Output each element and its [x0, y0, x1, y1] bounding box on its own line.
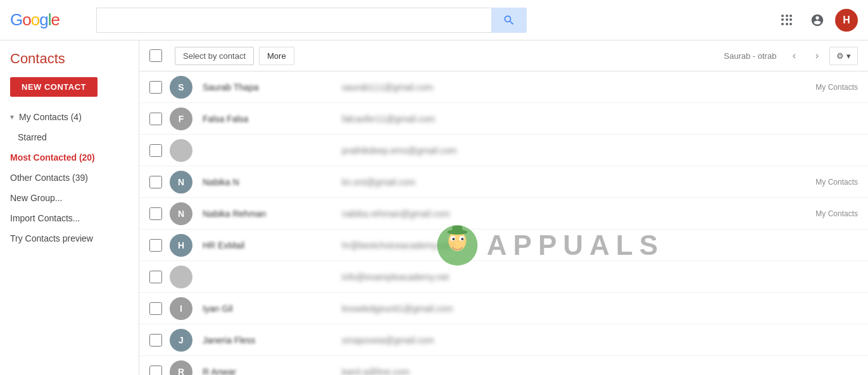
contact-checkbox[interactable] [149, 113, 162, 125]
top-right-actions: H [774, 8, 858, 33]
sidebar-item-other-contacts[interactable]: Other Contacts (39) [0, 168, 139, 188]
contact-name: HR ExMail [203, 240, 342, 250]
contact-checkbox[interactable] [149, 176, 162, 188]
contact-name: Nabika N [203, 177, 342, 187]
contact-name: Janeria Fless [203, 335, 342, 345]
contact-avatar: J [170, 329, 192, 352]
contact-email: info@exampleacademy.net [342, 272, 858, 282]
contact-checkbox[interactable] [149, 302, 162, 315]
contact-name: Falsa Falsa [203, 114, 342, 124]
contact-avatar [170, 139, 192, 162]
prev-page-button[interactable]: ‹ [784, 46, 804, 66]
google-logo: Google [10, 10, 86, 30]
sidebar-item-new-group[interactable]: New Group... [0, 188, 139, 208]
sidebar-item-try-preview[interactable]: Try Contacts preview [0, 228, 139, 249]
contact-avatar: R [170, 360, 192, 376]
contact-row: NNabika Nkn.ent@gmail.comMy Contacts [139, 166, 868, 198]
collapse-icon: ▾ [10, 113, 14, 121]
contact-name: Iyan Gil [203, 304, 342, 314]
contact-name: R Anwar [203, 367, 342, 376]
contact-row: HHR ExMailhr@bestchoiceacademy.com [139, 230, 868, 261]
contact-checkbox[interactable] [149, 81, 162, 94]
contact-avatar: N [170, 202, 192, 225]
contact-checkbox[interactable] [149, 144, 162, 157]
toolbar-right: Saurab - otrab ‹ › ⚙ ▾ [724, 46, 858, 66]
search-input[interactable] [96, 8, 491, 33]
contact-row: FFalsa Falsafalcaofer11@gmail.com [139, 103, 868, 135]
contact-email: falcaofer11@gmail.com [342, 114, 858, 124]
contact-checkbox[interactable] [149, 334, 162, 347]
contact-email: nabika.rehman@gmail.com [342, 209, 805, 219]
sidebar-item-import-contacts[interactable]: Import Contacts... [0, 208, 139, 228]
contact-tag: My Contacts [815, 178, 858, 187]
sidebar-item-starred[interactable]: Starred [0, 127, 139, 147]
contact-email: saurab111@gmail.com [342, 82, 805, 92]
top-bar: Google H [0, 0, 868, 40]
contact-row: JJaneria Flesssmapoveia@gmail.com [139, 324, 868, 356]
contact-avatar [170, 266, 192, 288]
contact-row: info@exampleacademy.net [139, 261, 868, 293]
content-area: Select by contact More Saurab - otrab ‹ … [139, 40, 868, 375]
contact-checkbox[interactable] [149, 271, 162, 283]
content-toolbar: Select by contact More Saurab - otrab ‹ … [139, 40, 868, 71]
contact-checkbox[interactable] [149, 207, 162, 220]
user-avatar-button[interactable]: H [835, 9, 858, 32]
contact-tag: My Contacts [815, 209, 858, 218]
search-icon [503, 14, 515, 27]
contact-avatar: I [170, 297, 192, 320]
contact-checkbox[interactable] [149, 366, 162, 376]
contact-email: kn.ent@gmail.com [342, 177, 805, 187]
sidebar-item-most-contacted[interactable]: Most Contacted (20) [0, 147, 139, 168]
contact-avatar: F [170, 108, 192, 130]
next-page-button[interactable]: › [807, 46, 827, 66]
contact-email: knowledgeunit1@gmail.com [342, 304, 858, 314]
search-bar [96, 8, 527, 33]
sidebar: Contacts NEW CONTACT ▾ My Contacts (4) S… [0, 40, 139, 375]
contact-email: kaml.a@live.com [342, 367, 858, 376]
contact-list: APPUALS SSaurab Thapasaurab111@gmail.com… [139, 71, 868, 375]
sidebar-title: Contacts [0, 48, 139, 77]
contact-avatar: N [170, 171, 192, 194]
contact-email: prathikdeep.ems@gmail.com [342, 145, 858, 156]
contact-row: NNabika Rehmannabika.rehman@gmail.comMy … [139, 198, 868, 230]
new-contact-button[interactable]: NEW CONTACT [10, 77, 97, 97]
contact-row: RR Anwarkaml.a@live.com [139, 356, 868, 375]
contact-row: prathikdeep.ems@gmail.com [139, 135, 868, 166]
search-button[interactable] [491, 8, 527, 33]
apps-button[interactable] [774, 8, 800, 33]
apps-grid-icon [781, 15, 793, 26]
select-by-contact-button[interactable]: Select by contact [175, 47, 254, 65]
main-layout: Contacts NEW CONTACT ▾ My Contacts (4) S… [0, 40, 868, 375]
contact-email: smapoveia@gmail.com [342, 335, 858, 345]
contact-tag: My Contacts [815, 83, 858, 92]
contact-row: SSaurab Thapasaurab111@gmail.comMy Conta… [139, 71, 868, 103]
select-all-checkbox[interactable] [149, 49, 162, 62]
contact-avatar: H [170, 234, 192, 257]
settings-button[interactable]: ⚙ ▾ [829, 47, 858, 65]
contact-name: Saurab Thapa [203, 82, 342, 92]
contact-checkbox[interactable] [149, 239, 162, 252]
sidebar-item-my-contacts[interactable]: ▾ My Contacts (4) [0, 107, 139, 127]
contact-email: hr@bestchoiceacademy.com [342, 240, 858, 250]
contact-name: Nabika Rehman [203, 209, 342, 219]
contact-row: IIyan Gilknowledgeunit1@gmail.com [139, 293, 868, 324]
account-circle-icon [810, 13, 824, 27]
more-button[interactable]: More [259, 47, 294, 65]
account-button[interactable] [805, 8, 830, 33]
pagination-info: Saurab - otrab [724, 51, 776, 61]
contact-avatar: S [170, 76, 192, 99]
